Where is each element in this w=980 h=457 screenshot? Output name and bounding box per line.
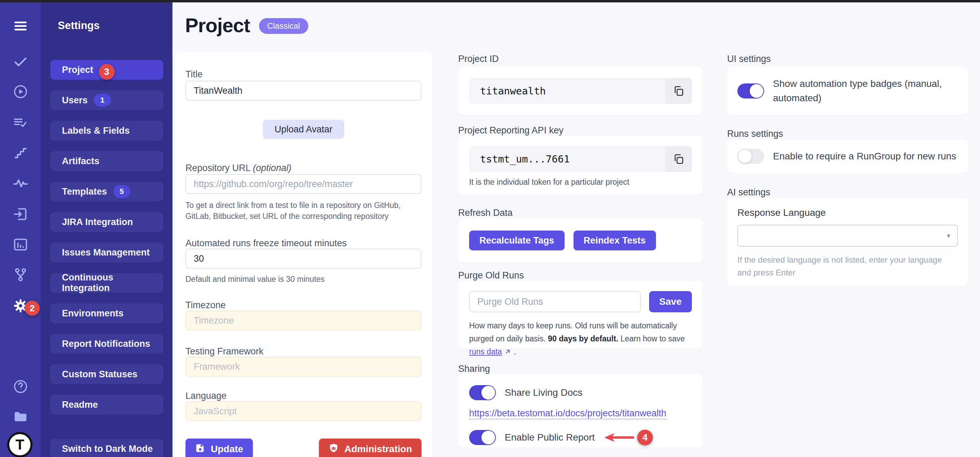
test-plans-icon[interactable] [12, 114, 29, 131]
require-rungroup-label: Enable to require a RunGroup for new run… [773, 149, 956, 163]
api-key-value: tstmt_um...7661 [469, 153, 665, 165]
repository-url-help: To get a direct link from a test to file… [185, 200, 422, 222]
runs-data-link[interactable]: runs data [469, 347, 502, 356]
freeze-timeout-input[interactable] [185, 249, 422, 268]
sidebar-item-environments[interactable]: Environments [50, 303, 163, 323]
help-icon[interactable] [12, 378, 29, 395]
reindex-tests-button[interactable]: Reindex Tests [573, 230, 656, 251]
copy-project-id-button[interactable] [665, 78, 692, 104]
ai-settings-label: AI settings [727, 187, 968, 198]
enable-public-report-toggle[interactable] [469, 430, 496, 445]
language-label: Language [185, 390, 422, 401]
purge-help: How many days to keep runs. Old runs wil… [469, 319, 692, 358]
enable-public-report-row: Enable Public Report 4 [469, 430, 692, 445]
general-settings-card: Title Upload Avatar Repository URL (opti… [175, 52, 432, 457]
sidebar-item-templates[interactable]: Templates 5 [50, 182, 163, 202]
annotation-arrow [601, 432, 636, 444]
sidebar-item-dark-mode[interactable]: Switch to Dark Mode [50, 439, 163, 457]
timezone-input[interactable] [185, 311, 422, 330]
refresh-data-label: Refresh Data [458, 208, 703, 218]
ui-settings-card: Show automation type badges (manual, aut… [727, 67, 968, 115]
toggle-knob [738, 149, 752, 163]
main-content: Project Classical Title Upload Avatar Re… [172, 2, 980, 457]
runs-play-icon[interactable] [12, 83, 29, 100]
recalculate-tags-button[interactable]: Recalculate Tags [469, 230, 565, 251]
copy-api-key-button[interactable] [665, 146, 692, 172]
sidebar-items: Project 3 Users 1 Labels & Fields Artifa… [41, 60, 172, 457]
automation-badges-label: Show automation type badges (manual, aut… [773, 77, 958, 105]
annotation-badge-project: 3 [99, 64, 115, 80]
administration-button[interactable]: Administration [319, 438, 422, 457]
page-head: Project Classical [185, 15, 308, 36]
tests-check-icon[interactable] [12, 53, 29, 70]
sidebar-item-issues-management[interactable]: Issues Management [50, 243, 163, 262]
project-id-card: titanwealth [458, 67, 703, 115]
refresh-data-card: Recalculate Tags Reindex Tests [458, 218, 703, 263]
repository-url-input[interactable] [185, 174, 422, 194]
toggle-knob [482, 431, 495, 444]
timezone-label: Timezone [185, 300, 422, 311]
enable-public-report-label: Enable Public Report [505, 430, 595, 445]
purge-old-runs-label: Purge Old Runs [458, 270, 703, 281]
avatar[interactable]: T [7, 432, 32, 457]
sidebar-item-artifacts[interactable]: Artifacts [50, 151, 163, 171]
sidebar-item-project[interactable]: Project 3 [50, 60, 163, 80]
templates-count-badge: 5 [113, 185, 130, 198]
language-input[interactable] [185, 401, 422, 421]
toggle-knob [482, 386, 495, 400]
settings-sidebar: Settings Project 3 Users 1 Labels & Fiel… [41, 2, 172, 457]
upload-avatar-button[interactable]: Upload Avatar [263, 120, 344, 139]
api-key-card: tstmt_um...7661 It is the individual tok… [458, 136, 703, 195]
chevron-down-icon: ▾ [947, 232, 950, 240]
annotation-badge-public-report: 4 [637, 430, 653, 445]
runs-settings-card: Enable to require a RunGroup for new run… [727, 139, 968, 173]
sidebar-item-continuous-integration[interactable]: Continuous Integration [50, 273, 163, 293]
icon-rail: 2 T [0, 2, 41, 457]
api-key-label: Project Reporting API key [458, 125, 703, 136]
sidebar-item-custom-statuses[interactable]: Custom Statuses [50, 364, 163, 384]
sidebar-item-report-notifications[interactable]: Report Notifications [50, 334, 163, 354]
page-title: Project [185, 15, 250, 36]
analytics-icon[interactable] [12, 236, 29, 253]
projects-folder-icon[interactable] [12, 408, 29, 425]
automation-badges-toggle[interactable] [737, 84, 764, 98]
hamburger-menu-icon[interactable] [12, 17, 29, 35]
ui-settings-label: UI settings [727, 54, 968, 64]
title-input[interactable] [185, 81, 422, 101]
toggle-knob [750, 84, 764, 98]
repository-url-label: Repository URL (optional) [185, 163, 422, 173]
response-language-select[interactable]: ▾ [737, 225, 958, 247]
purge-row: Save [469, 291, 692, 312]
save-icon [195, 443, 205, 455]
sidebar-item-jira-integration[interactable]: JIRA Integration [50, 212, 163, 232]
form-actions: Update Administration [185, 438, 422, 457]
share-living-docs-toggle[interactable] [469, 385, 496, 400]
sidebar-item-labels-fields[interactable]: Labels & Fields [50, 121, 163, 141]
project-id-field: titanwealth [469, 78, 692, 104]
branches-icon[interactable] [12, 266, 29, 283]
freeze-timeout-label: Automated runs freeze timeout minutes [185, 238, 422, 249]
sharing-label: Sharing [458, 363, 703, 374]
title-label: Title [185, 69, 422, 80]
purge-days-input[interactable] [469, 291, 641, 312]
living-docs-link[interactable]: https://beta.testomat.io/docs/projects/t… [469, 408, 666, 419]
settings-notification-badge: 2 [25, 301, 40, 316]
pulse-icon[interactable] [12, 175, 29, 192]
testing-framework-input[interactable] [185, 357, 422, 377]
api-key-field: tstmt_um...7661 [469, 146, 692, 172]
project-info-column: Project ID titanwealth Project Reporting… [458, 2, 703, 448]
sidebar-item-users[interactable]: Users 1 [50, 90, 163, 110]
update-button[interactable]: Update [185, 438, 253, 457]
settings-column: UI settings Show automation type badges … [727, 2, 968, 286]
ai-settings-card: Response Language ▾ If the desired langu… [727, 198, 968, 286]
save-button[interactable]: Save [649, 291, 692, 312]
import-icon[interactable] [12, 206, 29, 223]
require-rungroup-toggle[interactable] [737, 149, 764, 164]
external-link-icon [504, 348, 512, 355]
project-type-badge: Classical [259, 18, 308, 34]
steps-icon[interactable] [12, 144, 29, 162]
avatar-letter: T [15, 436, 24, 453]
runs-settings-label: Runs settings [727, 129, 968, 139]
response-language-help: If the desired language is not listed, e… [737, 254, 958, 279]
sidebar-item-readme[interactable]: Readme [50, 395, 163, 414]
